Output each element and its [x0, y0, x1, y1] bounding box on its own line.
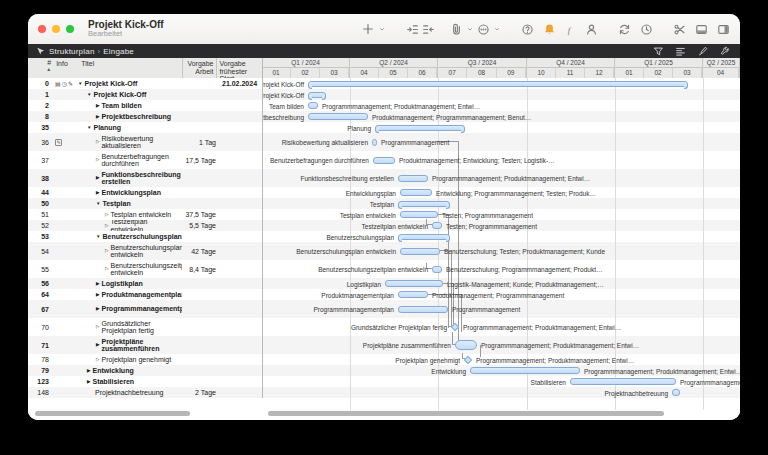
- summary-bar[interactable]: [398, 234, 450, 240]
- task-bar[interactable]: [385, 280, 443, 287]
- task-row-55[interactable]: 55▷Benutzerschulungszeitplan entwickeln8…: [28, 260, 740, 278]
- expand-triangle-icon[interactable]: ▶: [96, 113, 99, 121]
- task-row-0[interactable]: 0▤◷✎▼Projekt Kick-Off21.02.2024Projekt K…: [28, 78, 740, 89]
- wrench-icon[interactable]: [719, 46, 730, 57]
- expand-triangle-icon[interactable]: ▶: [96, 291, 99, 299]
- chevron-down-icon[interactable]: [378, 21, 386, 37]
- task-row-67[interactable]: 67▶ProgrammmanagementplanProgrammmanagem…: [28, 300, 740, 318]
- expand-triangle-icon[interactable]: ▶: [96, 102, 99, 110]
- summary-bar[interactable]: [375, 125, 465, 131]
- task-row-52[interactable]: 52▷Testzeitplan entwickeln5,5 TageTestze…: [28, 220, 740, 231]
- expand-triangle-icon[interactable]: ▷: [105, 247, 108, 255]
- expand-triangle-icon[interactable]: ▶: [96, 174, 99, 182]
- task-row-35[interactable]: 35▼PlanungPlanung: [28, 122, 740, 133]
- column-header-info[interactable]: Info: [54, 58, 81, 78]
- panel-bottom-icon[interactable]: [695, 21, 708, 37]
- summary-bar[interactable]: [308, 81, 688, 87]
- task-bar[interactable]: [432, 266, 442, 273]
- function-icon[interactable]: f: [565, 21, 576, 37]
- breadcrumb-view[interactable]: Strukturplan: [49, 47, 95, 56]
- task-bar[interactable]: [398, 291, 428, 298]
- task-row-54[interactable]: 54▷Benutzerschulungsplan entwickeln42 Ta…: [28, 242, 740, 260]
- task-bar[interactable]: [672, 389, 680, 396]
- column-header-work[interactable]: VorgabeArbeit: [182, 58, 217, 78]
- zoom-window-button[interactable]: [66, 25, 74, 33]
- task-row-79[interactable]: 79▶EntwicklungEntwicklungProgrammmanagem…: [28, 365, 740, 376]
- column-header-earliest-start[interactable]: Vorgabefrühester Start: [217, 58, 262, 78]
- task-bar[interactable]: [398, 306, 448, 313]
- task-bar[interactable]: [432, 222, 442, 229]
- expand-triangle-icon[interactable]: ▷: [105, 222, 108, 230]
- task-row-51[interactable]: 51▷Testplan entwickeln37,5 TageTestplan …: [28, 209, 740, 220]
- task-row-56[interactable]: 56▶LogistikplanLogistikplanLogistik-Mana…: [28, 278, 740, 289]
- task-row-44[interactable]: 44▶EntwicklungsplanEntwicklungsplanEntwi…: [28, 187, 740, 198]
- scissors-icon[interactable]: [673, 21, 686, 37]
- task-bar[interactable]: [308, 113, 368, 120]
- task-row-50[interactable]: 50▼TestplanTestplan: [28, 198, 740, 209]
- panel-right-icon[interactable]: [717, 21, 730, 37]
- task-bar[interactable]: [470, 367, 580, 374]
- clock-icon[interactable]: [640, 21, 653, 37]
- task-bar[interactable]: [400, 211, 438, 218]
- expand-triangle-icon[interactable]: ▷: [105, 211, 108, 219]
- column-header-number[interactable]: # ▲: [28, 58, 54, 78]
- expand-triangle-icon[interactable]: ▶: [87, 367, 90, 375]
- view-list-icon[interactable]: [675, 46, 686, 57]
- expand-triangle-icon[interactable]: ▷: [105, 265, 108, 273]
- task-row-148[interactable]: 148Projektnachbetreuung2 TageProjektnach…: [28, 387, 740, 398]
- milestone-diamond[interactable]: [451, 323, 459, 331]
- task-row-70[interactable]: 70▷Grundsätzlicher Projektplan fertigGru…: [28, 318, 740, 336]
- indent-icon[interactable]: [406, 21, 419, 37]
- expand-triangle-icon[interactable]: ▶: [96, 189, 99, 197]
- collapse-triangle-icon[interactable]: ▼: [96, 200, 100, 208]
- table-horizontal-scrollbar[interactable]: [35, 411, 190, 416]
- summary-bar[interactable]: [398, 201, 450, 207]
- expand-triangle-icon[interactable]: ▶: [87, 378, 90, 386]
- expand-triangle-icon[interactable]: ▶: [96, 280, 99, 288]
- task-bar[interactable]: [372, 139, 377, 146]
- paperclip-icon[interactable]: [450, 21, 463, 37]
- task-bar[interactable]: [570, 378, 676, 385]
- summary-bar[interactable]: [308, 92, 326, 98]
- expand-triangle-icon[interactable]: ▷: [96, 356, 99, 364]
- task-bar[interactable]: [373, 157, 395, 164]
- sync-icon[interactable]: [618, 21, 631, 37]
- group-bar[interactable]: [455, 340, 477, 350]
- filter-icon[interactable]: [653, 46, 664, 57]
- milestone-diamond[interactable]: [464, 355, 472, 363]
- table-gantt-divider[interactable]: [262, 58, 263, 398]
- task-row-78[interactable]: 78▷Projektplan genehmigtProjektplan gene…: [28, 354, 740, 365]
- minimize-window-button[interactable]: [52, 25, 60, 33]
- expand-triangle-icon[interactable]: ▷: [96, 156, 99, 164]
- expand-triangle-icon[interactable]: ▷: [96, 323, 99, 331]
- task-row-1[interactable]: 1▼Projekt Kick-OffProjekt Kick-Off: [28, 89, 740, 100]
- breadcrumb-mode[interactable]: Eingabe: [103, 47, 134, 56]
- task-row-36[interactable]: 36✎▷Risikobewertung aktualisieren1 TagRi…: [28, 133, 740, 151]
- expand-triangle-icon[interactable]: ▷: [96, 138, 99, 146]
- task-bar[interactable]: [400, 189, 432, 196]
- task-row-38[interactable]: 38▶Funktionsbeschreibung erstellenFunkti…: [28, 169, 740, 187]
- task-row-2[interactable]: 2▶Team bildenTeam bildenProgrammmanageme…: [28, 100, 740, 111]
- column-header-title[interactable]: Titel: [81, 58, 181, 78]
- person-icon[interactable]: [585, 21, 598, 37]
- task-row-71[interactable]: 71▶Projektpläne zusammenführenProjektplä…: [28, 336, 740, 354]
- gantt-horizontal-scrollbar[interactable]: [268, 411, 664, 416]
- task-row-64[interactable]: 64▶ProduktmanagementplanProduktmanagemen…: [28, 289, 740, 300]
- outdent-icon[interactable]: [422, 21, 435, 37]
- chevron-down-icon[interactable]: [466, 21, 474, 37]
- chevron-down-icon[interactable]: [493, 21, 501, 37]
- brush-icon[interactable]: [697, 46, 708, 57]
- task-row-8[interactable]: 8▶ProjektbeschreibungProjektbeschreibung…: [28, 111, 740, 122]
- plus-icon[interactable]: [361, 21, 375, 37]
- task-row-37[interactable]: 37▷Benutzerbefragungen durchführen17,5 T…: [28, 151, 740, 169]
- collapse-triangle-icon[interactable]: ▼: [96, 233, 100, 241]
- expand-triangle-icon[interactable]: ▶: [96, 305, 99, 313]
- collapse-triangle-icon[interactable]: ▼: [87, 124, 91, 132]
- bell-icon[interactable]: [543, 21, 556, 37]
- task-bar[interactable]: [308, 102, 318, 109]
- expand-triangle-icon[interactable]: ▶: [96, 341, 99, 349]
- task-bar[interactable]: [400, 248, 440, 255]
- task-bar[interactable]: [398, 175, 428, 182]
- task-row-53[interactable]: 53▼BenutzerschulungsplanBenutzerschulung…: [28, 231, 740, 242]
- help-circle-icon[interactable]: [521, 21, 534, 37]
